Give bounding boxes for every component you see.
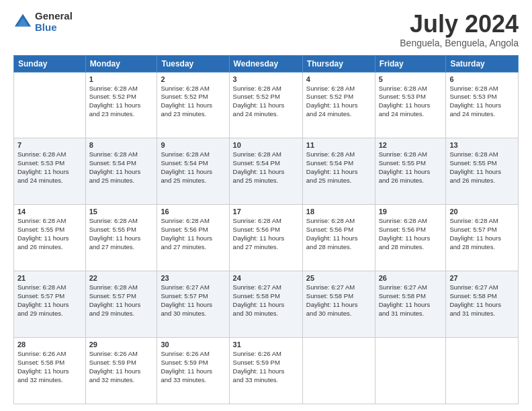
calendar-cell: 28Sunrise: 6:26 AM Sunset: 5:58 PM Dayli… (14, 338, 86, 404)
day-number: 31 (233, 340, 299, 349)
day-info: Sunrise: 6:28 AM Sunset: 5:53 PM Dayligh… (449, 85, 515, 119)
logo: General Blue (13, 11, 73, 33)
calendar-cell: 12Sunrise: 6:28 AM Sunset: 5:55 PM Dayli… (375, 138, 446, 205)
calendar-cell: 27Sunrise: 6:27 AM Sunset: 5:58 PM Dayli… (446, 271, 519, 338)
calendar-cell (446, 338, 519, 404)
day-info: Sunrise: 6:28 AM Sunset: 5:55 PM Dayligh… (449, 150, 515, 185)
day-info: Sunrise: 6:28 AM Sunset: 5:54 PM Dayligh… (233, 150, 299, 185)
day-number: 24 (233, 274, 299, 282)
calendar-cell: 30Sunrise: 6:26 AM Sunset: 5:59 PM Dayli… (157, 338, 229, 404)
calendar-cell: 6Sunrise: 6:28 AM Sunset: 5:53 PM Daylig… (446, 72, 519, 138)
calendar-cell: 18Sunrise: 6:28 AM Sunset: 5:56 PM Dayli… (302, 205, 375, 271)
title-block: July 2024 Benguela, Benguela, Angola (400, 11, 519, 48)
calendar-cell: 14Sunrise: 6:28 AM Sunset: 5:55 PM Dayli… (14, 205, 86, 271)
day-info: Sunrise: 6:28 AM Sunset: 5:54 PM Dayligh… (161, 150, 225, 185)
day-number: 26 (379, 274, 443, 282)
calendar-cell: 10Sunrise: 6:28 AM Sunset: 5:54 PM Dayli… (229, 138, 302, 205)
calendar-cell: 26Sunrise: 6:27 AM Sunset: 5:58 PM Dayli… (375, 271, 446, 338)
logo-icon (13, 13, 32, 32)
page: General Blue July 2024 Benguela, Benguel… (0, 0, 532, 411)
day-info: Sunrise: 6:28 AM Sunset: 5:55 PM Dayligh… (379, 150, 443, 185)
day-number: 22 (89, 274, 154, 282)
day-number: 29 (89, 340, 154, 349)
day-info: Sunrise: 6:27 AM Sunset: 5:57 PM Dayligh… (161, 283, 225, 318)
calendar-cell: 11Sunrise: 6:28 AM Sunset: 5:54 PM Dayli… (302, 138, 375, 205)
day-info: Sunrise: 6:28 AM Sunset: 5:52 PM Dayligh… (89, 85, 154, 119)
day-number: 3 (233, 75, 299, 83)
day-info: Sunrise: 6:28 AM Sunset: 5:54 PM Dayligh… (89, 150, 154, 185)
day-info: Sunrise: 6:27 AM Sunset: 5:58 PM Dayligh… (379, 283, 443, 318)
week-row-4: 28Sunrise: 6:26 AM Sunset: 5:58 PM Dayli… (14, 338, 519, 404)
header-day-saturday: Saturday (446, 55, 519, 72)
day-number: 12 (379, 141, 443, 149)
day-info: Sunrise: 6:28 AM Sunset: 5:55 PM Dayligh… (17, 217, 82, 251)
calendar-cell: 19Sunrise: 6:28 AM Sunset: 5:56 PM Dayli… (375, 205, 446, 271)
calendar-cell: 16Sunrise: 6:28 AM Sunset: 5:56 PM Dayli… (157, 205, 229, 271)
header-day-wednesday: Wednesday (229, 55, 302, 72)
day-number: 16 (161, 208, 225, 216)
day-info: Sunrise: 6:27 AM Sunset: 5:58 PM Dayligh… (306, 283, 371, 318)
calendar-cell: 17Sunrise: 6:28 AM Sunset: 5:56 PM Dayli… (229, 205, 302, 271)
day-info: Sunrise: 6:26 AM Sunset: 5:59 PM Dayligh… (89, 350, 154, 384)
day-info: Sunrise: 6:27 AM Sunset: 5:58 PM Dayligh… (233, 283, 299, 318)
header-day-sunday: Sunday (14, 55, 86, 72)
calendar-table: SundayMondayTuesdayWednesdayThursdayFrid… (13, 55, 519, 404)
day-number: 27 (449, 274, 515, 282)
day-number: 14 (17, 208, 82, 216)
day-info: Sunrise: 6:26 AM Sunset: 5:59 PM Dayligh… (161, 350, 225, 384)
day-number: 20 (449, 208, 515, 216)
day-info: Sunrise: 6:28 AM Sunset: 5:56 PM Dayligh… (233, 217, 299, 251)
week-row-1: 7Sunrise: 6:28 AM Sunset: 5:53 PM Daylig… (14, 138, 519, 205)
day-number: 8 (89, 141, 154, 149)
day-info: Sunrise: 6:28 AM Sunset: 5:56 PM Dayligh… (379, 217, 443, 251)
calendar-cell (375, 338, 446, 404)
header-day-friday: Friday (375, 55, 446, 72)
day-number: 1 (89, 75, 154, 83)
day-info: Sunrise: 6:28 AM Sunset: 5:52 PM Dayligh… (161, 85, 225, 119)
week-row-2: 14Sunrise: 6:28 AM Sunset: 5:55 PM Dayli… (14, 205, 519, 271)
day-number: 30 (161, 340, 225, 349)
day-number: 19 (379, 208, 443, 216)
day-number: 6 (449, 75, 515, 83)
day-number: 18 (306, 208, 371, 216)
day-info: Sunrise: 6:28 AM Sunset: 5:53 PM Dayligh… (17, 150, 82, 185)
calendar-cell: 13Sunrise: 6:28 AM Sunset: 5:55 PM Dayli… (446, 138, 519, 205)
day-number: 2 (161, 75, 225, 83)
logo-blue: Blue (35, 22, 73, 34)
calendar-cell: 7Sunrise: 6:28 AM Sunset: 5:53 PM Daylig… (14, 138, 86, 205)
day-number: 25 (306, 274, 371, 282)
calendar-cell (302, 338, 375, 404)
calendar-cell: 31Sunrise: 6:26 AM Sunset: 5:59 PM Dayli… (229, 338, 302, 404)
calendar-cell: 8Sunrise: 6:28 AM Sunset: 5:54 PM Daylig… (85, 138, 157, 205)
day-number: 5 (379, 75, 443, 83)
day-info: Sunrise: 6:28 AM Sunset: 5:52 PM Dayligh… (233, 85, 299, 119)
day-info: Sunrise: 6:28 AM Sunset: 5:52 PM Dayligh… (306, 85, 371, 119)
calendar-cell: 15Sunrise: 6:28 AM Sunset: 5:55 PM Dayli… (85, 205, 157, 271)
calendar-cell: 9Sunrise: 6:28 AM Sunset: 5:54 PM Daylig… (157, 138, 229, 205)
calendar-cell (14, 72, 86, 138)
header-day-thursday: Thursday (302, 55, 375, 72)
day-number: 28 (17, 340, 82, 349)
header-day-tuesday: Tuesday (157, 55, 229, 72)
location: Benguela, Benguela, Angola (400, 38, 519, 48)
calendar-cell: 20Sunrise: 6:28 AM Sunset: 5:57 PM Dayli… (446, 205, 519, 271)
day-number: 17 (233, 208, 299, 216)
calendar-cell: 22Sunrise: 6:28 AM Sunset: 5:57 PM Dayli… (85, 271, 157, 338)
day-number: 15 (89, 208, 154, 216)
day-info: Sunrise: 6:28 AM Sunset: 5:54 PM Dayligh… (306, 150, 371, 185)
calendar-cell: 21Sunrise: 6:28 AM Sunset: 5:57 PM Dayli… (14, 271, 86, 338)
day-number: 21 (17, 274, 82, 282)
day-info: Sunrise: 6:26 AM Sunset: 5:59 PM Dayligh… (233, 350, 299, 384)
day-info: Sunrise: 6:28 AM Sunset: 5:57 PM Dayligh… (17, 283, 82, 318)
logo-general: General (35, 11, 73, 22)
calendar-cell: 4Sunrise: 6:28 AM Sunset: 5:52 PM Daylig… (302, 72, 375, 138)
day-number: 13 (449, 141, 515, 149)
day-number: 9 (161, 141, 225, 149)
calendar-cell: 29Sunrise: 6:26 AM Sunset: 5:59 PM Dayli… (85, 338, 157, 404)
calendar-cell: 25Sunrise: 6:27 AM Sunset: 5:58 PM Dayli… (302, 271, 375, 338)
calendar-cell: 23Sunrise: 6:27 AM Sunset: 5:57 PM Dayli… (157, 271, 229, 338)
day-number: 4 (306, 75, 371, 83)
day-number: 10 (233, 141, 299, 149)
header-row: SundayMondayTuesdayWednesdayThursdayFrid… (14, 55, 519, 72)
day-info: Sunrise: 6:28 AM Sunset: 5:56 PM Dayligh… (306, 217, 371, 251)
